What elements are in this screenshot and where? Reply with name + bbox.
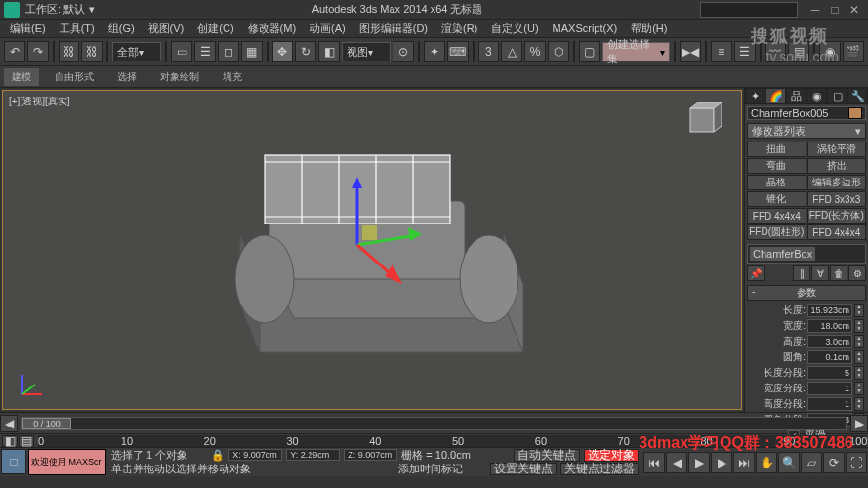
menu-edit[interactable]: 编辑(E) <box>4 21 52 36</box>
mod-ffdbox[interactable]: FFD(长方体) <box>807 208 867 224</box>
stack-remove-button[interactable]: 🗑 <box>830 265 847 281</box>
snap-button[interactable]: 3 <box>478 41 500 62</box>
nav-max-button[interactable]: ⛶ <box>846 452 867 473</box>
play-button[interactable]: ▶ <box>688 452 710 473</box>
manipulate-button[interactable]: ✦ <box>424 41 445 62</box>
tab-motion[interactable]: ◉ <box>806 88 827 104</box>
keyboard-button[interactable]: ⌨ <box>447 41 469 62</box>
named-sel-button[interactable]: ▢ <box>579 41 600 62</box>
menu-view[interactable]: 视图(V) <box>143 21 190 36</box>
menu-create[interactable]: 创建(C) <box>191 21 239 36</box>
spin-fillet[interactable]: ▲▼ <box>854 350 864 364</box>
ribbon-tab-select[interactable]: 选择 <box>109 68 145 86</box>
menu-group[interactable]: 组(G) <box>103 21 141 36</box>
select-name-button[interactable]: ☰ <box>194 41 216 62</box>
track-filter-button[interactable]: ▤ <box>19 435 34 447</box>
goto-end-button[interactable]: ⏭ <box>733 452 755 473</box>
time-handle[interactable]: 0 / 100 <box>22 418 71 429</box>
spinner-snap-button[interactable]: ⬡ <box>548 41 569 62</box>
stack-pin-button[interactable]: 📌 <box>747 265 765 281</box>
spin-length[interactable]: ▲▼ <box>854 304 864 317</box>
menu-graph[interactable]: 图形编辑器(D) <box>353 21 434 36</box>
percent-snap-button[interactable]: % <box>524 41 546 62</box>
select-button[interactable]: ▭ <box>171 41 192 62</box>
align-button[interactable]: ≡ <box>711 41 732 62</box>
spin-lsegs[interactable]: ▲▼ <box>854 366 864 380</box>
goto-start-button[interactable]: ⏮ <box>643 452 665 473</box>
unlink-button[interactable]: ⛓ <box>81 41 103 62</box>
next-frame-button[interactable]: ▶ <box>711 452 732 473</box>
modifier-stack[interactable]: ChamferBox <box>747 244 866 264</box>
mod-lattice[interactable]: 晶格 <box>747 175 806 190</box>
menu-render[interactable]: 渲染(R) <box>435 21 483 36</box>
scale-button[interactable]: ◧ <box>318 41 340 62</box>
maxscript-listener[interactable]: 欢迎使用 MAXScr <box>28 449 106 475</box>
link-button[interactable]: ⛓ <box>59 41 80 62</box>
tab-hierarchy[interactable]: 品 <box>786 88 806 104</box>
ribbon-tab-paint[interactable]: 对象绘制 <box>152 68 207 86</box>
time-slider[interactable]: 0 / 100 <box>21 417 847 430</box>
time-prev-button[interactable]: ◀ <box>0 415 18 432</box>
input-length[interactable]: 15.923cm <box>807 304 852 317</box>
mod-taper[interactable]: 锥化 <box>747 191 806 207</box>
nav-fov-button[interactable]: ▱ <box>801 452 822 473</box>
stack-config-button[interactable]: ⚙ <box>848 265 866 281</box>
refcoord-dropdown[interactable]: 视图 ▾ <box>342 42 391 61</box>
input-width[interactable]: 18.0cm <box>807 319 852 333</box>
pivot-button[interactable]: ⊙ <box>393 41 414 62</box>
tab-modify[interactable]: 🌈 <box>765 88 786 104</box>
input-fillet[interactable]: 0.1cm <box>807 350 852 364</box>
workspace-dropdown[interactable]: 工作区: 默认 <box>25 2 85 17</box>
coord-x[interactable]: X: 9.007cm <box>228 449 282 461</box>
object-name-field[interactable]: ChamferBox005 <box>747 106 866 120</box>
move-button[interactable]: ✥ <box>272 41 294 62</box>
menu-maxscript[interactable]: MAXScript(X) <box>547 22 624 34</box>
nav-pan-button[interactable]: ✋ <box>756 452 777 473</box>
viewcube[interactable] <box>682 101 722 140</box>
setkey-button[interactable]: 设置关键点 <box>490 463 557 475</box>
mod-editpoly[interactable]: 编辑多边形 <box>807 175 867 190</box>
menu-modifiers[interactable]: 修改器(M) <box>242 21 303 36</box>
filter-dropdown[interactable]: 全部 ▾ <box>112 42 161 61</box>
spin-height[interactable]: ▲▼ <box>854 335 864 348</box>
keyfilter-button[interactable]: 关键点过滤器 <box>560 463 639 475</box>
ribbon-tab-freeform[interactable]: 自由形式 <box>47 68 102 86</box>
mod-ffd444b[interactable]: FFD 4x4x4 <box>807 224 867 240</box>
named-sel-dropdown[interactable]: 创建选择集 ▾ <box>602 42 671 61</box>
modifier-list-dropdown[interactable]: 修改器列表▾ <box>747 123 866 139</box>
minimize-button[interactable]: ─ <box>806 2 825 18</box>
maxscript-mini-button[interactable]: □ <box>1 449 26 474</box>
spin-width[interactable]: ▲▼ <box>854 319 864 333</box>
nav-zoom-button[interactable]: 🔍 <box>778 452 800 473</box>
mod-bend[interactable]: 弯曲 <box>747 158 806 174</box>
mod-extrude[interactable]: 挤出 <box>807 158 867 174</box>
angle-snap-button[interactable]: △ <box>501 41 522 62</box>
input-lsegs[interactable]: 5 <box>807 366 852 380</box>
viewport-perspective[interactable]: [+][透视][真实] <box>2 90 742 410</box>
mirror-button[interactable]: ▶◀ <box>680 41 701 62</box>
object-color-swatch[interactable] <box>848 107 862 119</box>
tab-utilities[interactable]: 🔧 <box>847 88 868 104</box>
rollout-parameters[interactable]: 参数 <box>747 285 866 301</box>
ribbon-tab-fill[interactable]: 填充 <box>215 68 250 86</box>
track-open-button[interactable]: ◧ <box>2 435 18 447</box>
undo-button[interactable]: ↶ <box>4 41 25 62</box>
input-hsegs[interactable]: 1 <box>807 397 852 411</box>
time-tag[interactable]: 添加时间标记 <box>398 462 463 476</box>
coord-y[interactable]: Y: 2.29cm <box>286 449 340 461</box>
coord-z[interactable]: Z: 9.007cm <box>344 449 397 461</box>
spin-wsegs[interactable]: ▲▼ <box>854 382 864 395</box>
mod-ffd444[interactable]: FFD 4x4x4 <box>747 208 806 224</box>
mod-ffd333[interactable]: FFD 3x3x3 <box>807 191 867 207</box>
menu-animation[interactable]: 动画(A) <box>304 21 351 36</box>
mod-ffdcyl[interactable]: FFD(圆柱形) <box>747 224 806 240</box>
input-wsegs[interactable]: 1 <box>807 382 852 395</box>
tab-create[interactable]: ✦ <box>745 88 765 104</box>
prev-frame-button[interactable]: ◀ <box>666 452 687 473</box>
menu-help[interactable]: 帮助(H) <box>625 21 673 36</box>
input-height[interactable]: 3.0cm <box>807 335 852 348</box>
menu-tools[interactable]: 工具(T) <box>54 21 101 36</box>
tab-display[interactable]: ▢ <box>827 88 847 104</box>
mod-turbosmooth[interactable]: 涡轮平滑 <box>807 142 867 157</box>
menu-custom[interactable]: 自定义(U) <box>485 21 544 36</box>
